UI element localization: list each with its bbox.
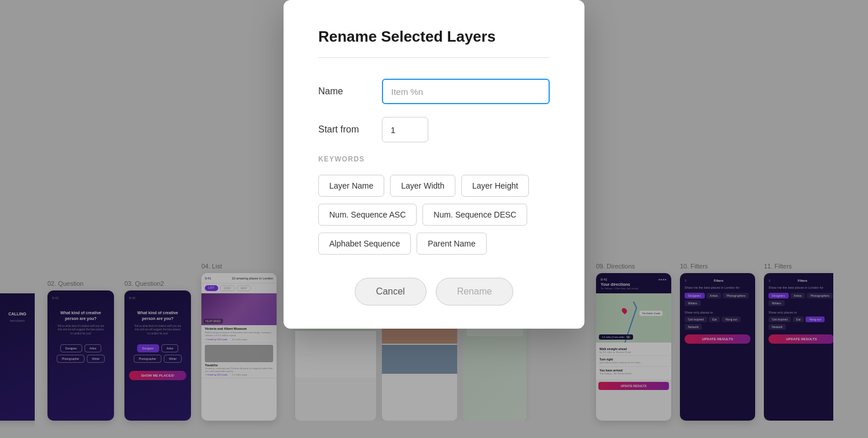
name-input[interactable] [382,79,550,104]
keyword-num-seq-desc[interactable]: Num. Sequence DESC [422,204,527,226]
rename-button[interactable]: Rename [436,278,513,306]
modal-title: Rename Selected Layers [318,28,550,46]
keywords-row-2: Num. Sequence ASC Num. Sequence DESC [318,204,550,226]
keyword-layer-name[interactable]: Layer Name [318,175,384,197]
name-label: Name [318,86,382,97]
rename-layers-modal: Rename Selected Layers Name Start from K… [284,0,584,329]
keyword-parent-name[interactable]: Parent Name [417,233,486,255]
keywords-row-3: Alphabet Sequence Parent Name [318,233,550,255]
start-from-form-row: Start from [318,117,550,142]
modal-overlay: Rename Selected Layers Name Start from K… [0,0,868,438]
keyword-layer-height[interactable]: Layer Height [461,175,529,197]
modal-divider [318,57,550,58]
start-from-label: Start from [318,124,382,135]
keywords-row-1: Layer Name Layer Width Layer Height [318,175,550,197]
keywords-section: KEYWORDS Layer Name Layer Width Layer He… [318,155,550,255]
cancel-button[interactable]: Cancel [355,278,426,306]
modal-actions: Cancel Rename [318,278,550,306]
keywords-title: KEYWORDS [318,155,550,163]
keyword-num-seq-asc[interactable]: Num. Sequence ASC [318,204,417,226]
name-form-row: Name [318,79,550,104]
start-from-input[interactable] [382,117,428,142]
keyword-layer-width[interactable]: Layer Width [390,175,455,197]
keyword-alphabet-seq[interactable]: Alphabet Sequence [318,233,411,255]
